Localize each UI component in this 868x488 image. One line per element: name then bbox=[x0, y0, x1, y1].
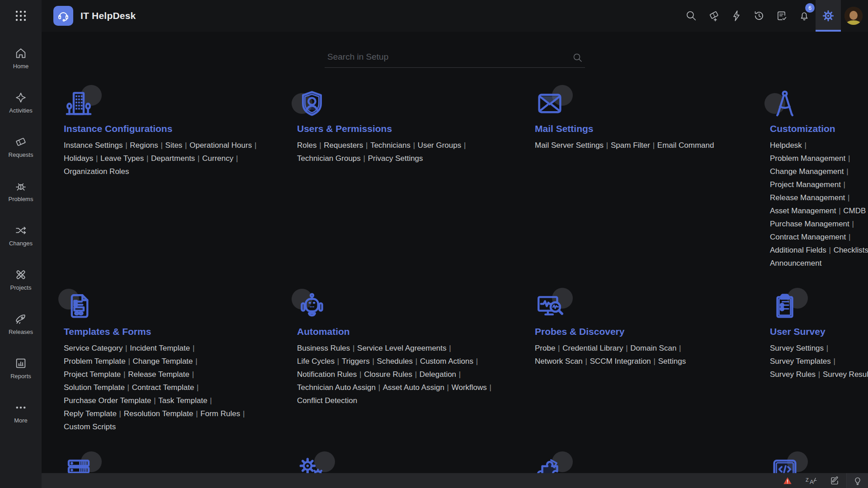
sidebar-item-requests[interactable]: Requests bbox=[9, 136, 33, 158]
setup-link[interactable]: SCCM Integration bbox=[590, 357, 651, 366]
section-title[interactable]: Instance Configurations bbox=[64, 123, 172, 135]
setup-link[interactable]: Purchase Order Template bbox=[64, 396, 151, 405]
notifications-button[interactable]: 6 bbox=[793, 0, 816, 32]
approvals-button[interactable] bbox=[770, 0, 793, 32]
setup-link[interactable]: Asset Management bbox=[770, 206, 836, 215]
setup-link[interactable]: Email Command bbox=[657, 141, 714, 150]
setup-link[interactable]: Reply Template bbox=[64, 409, 117, 418]
helpdesk-logo[interactable] bbox=[53, 6, 73, 26]
setup-link[interactable]: Resolution Template bbox=[124, 409, 193, 418]
quick-actions-button[interactable] bbox=[725, 0, 748, 32]
setup-link[interactable]: User Groups bbox=[418, 141, 461, 150]
setup-link[interactable]: Service Level Agreements bbox=[357, 344, 447, 352]
setup-link[interactable]: Notification Rules bbox=[297, 370, 357, 379]
setup-link[interactable]: Helpdesk bbox=[770, 141, 802, 150]
translate-button[interactable]: Z A bbox=[799, 473, 823, 488]
feedback-button[interactable] bbox=[823, 473, 846, 488]
setup-link[interactable]: Purchase Management bbox=[770, 220, 849, 228]
setup-link[interactable]: Custom Scripts bbox=[64, 422, 116, 431]
setup-link[interactable]: Organization Roles bbox=[64, 167, 129, 176]
app-launcher-button[interactable] bbox=[0, 0, 42, 32]
setup-link[interactable]: Technician Auto Assign bbox=[297, 383, 376, 392]
setup-link[interactable]: Form Rules bbox=[200, 409, 240, 418]
setup-link[interactable]: Custom Actions bbox=[420, 357, 473, 366]
error-alert-button[interactable] bbox=[776, 473, 799, 488]
setup-link[interactable]: Technicians bbox=[370, 141, 410, 150]
setup-link[interactable]: Sites bbox=[165, 141, 183, 150]
setup-link[interactable]: Privacy Settings bbox=[368, 154, 423, 163]
setup-link[interactable]: Network Scan bbox=[535, 357, 583, 366]
setup-link[interactable]: Problem Management bbox=[770, 154, 845, 163]
setup-link[interactable]: Conflict Detection bbox=[297, 396, 357, 405]
sidebar-item-problems[interactable]: Problems bbox=[9, 180, 33, 202]
setup-link[interactable]: Checklists bbox=[834, 246, 868, 254]
search-input[interactable] bbox=[325, 50, 585, 68]
section-title[interactable]: Customization bbox=[770, 123, 835, 135]
setup-link[interactable]: CMDB bbox=[843, 206, 866, 215]
setup-link[interactable]: Regions bbox=[130, 141, 158, 150]
setup-link[interactable]: Domain Scan bbox=[630, 344, 676, 352]
section-title[interactable]: Users & Permissions bbox=[297, 123, 392, 135]
setup-link[interactable]: Contract Management bbox=[770, 233, 846, 241]
crossed-tools-icon bbox=[14, 268, 27, 281]
sidebar-item-reports[interactable]: Reports bbox=[10, 357, 31, 380]
sidebar-item-activities[interactable]: Activities bbox=[9, 91, 32, 114]
new-request-button[interactable] bbox=[703, 0, 725, 32]
setup-link[interactable]: Settings bbox=[658, 357, 686, 366]
setup-link[interactable]: Closure Rules bbox=[364, 370, 412, 379]
setup-link[interactable]: Currency bbox=[202, 154, 233, 163]
settings-button[interactable] bbox=[816, 0, 841, 32]
setup-link[interactable]: Departments bbox=[151, 154, 195, 163]
setup-link[interactable]: Roles bbox=[297, 141, 316, 150]
setup-link[interactable]: Spam Filter bbox=[611, 141, 650, 150]
setup-link[interactable]: Survey Settings bbox=[770, 344, 824, 352]
section-title[interactable]: Probes & Discovery bbox=[535, 326, 624, 338]
setup-link[interactable]: Service Category bbox=[64, 344, 123, 352]
setup-link[interactable]: Life Cycles bbox=[297, 357, 335, 366]
setup-link[interactable]: Solution Template bbox=[64, 383, 125, 392]
setup-link[interactable]: Announcement bbox=[770, 259, 821, 267]
setup-link[interactable]: Additional Fields bbox=[770, 246, 826, 254]
setup-link[interactable]: Operational Hours bbox=[189, 141, 252, 150]
setup-link[interactable]: Business Rules bbox=[297, 344, 350, 352]
search-button[interactable] bbox=[680, 0, 703, 32]
sidebar-item-home[interactable]: Home bbox=[13, 47, 29, 70]
setup-link[interactable]: Requesters bbox=[324, 141, 363, 150]
sidebar-item-more[interactable]: More bbox=[14, 401, 28, 424]
setup-link[interactable]: Survey Templates bbox=[770, 357, 831, 366]
setup-link[interactable]: Workflows bbox=[452, 383, 487, 392]
setup-link[interactable]: Technician Groups bbox=[297, 154, 361, 163]
setup-link[interactable]: Incident Template bbox=[130, 344, 190, 352]
setup-link[interactable]: Delegation bbox=[420, 370, 456, 379]
setup-link[interactable]: Task Template bbox=[158, 396, 207, 405]
setup-link[interactable]: Schedules bbox=[377, 357, 413, 366]
setup-link[interactable]: Release Management bbox=[770, 193, 845, 202]
setup-link[interactable]: Instance Settings bbox=[64, 141, 123, 150]
setup-link[interactable]: Project Management bbox=[770, 180, 841, 189]
setup-link[interactable]: Mail Server Settings bbox=[535, 141, 604, 150]
setup-link[interactable]: Leave Types bbox=[100, 154, 144, 163]
section-title[interactable]: Mail Settings bbox=[535, 123, 594, 135]
sidebar-item-releases[interactable]: Releases bbox=[9, 313, 33, 335]
setup-link[interactable]: Survey Rules bbox=[770, 370, 816, 379]
setup-link[interactable]: Credential Library bbox=[562, 344, 623, 352]
section-title[interactable]: Templates & Forms bbox=[64, 326, 151, 338]
setup-link[interactable]: Holidays bbox=[64, 154, 93, 163]
setup-link[interactable]: Triggers bbox=[342, 357, 370, 366]
user-avatar[interactable] bbox=[844, 7, 863, 25]
history-button[interactable] bbox=[748, 0, 770, 32]
smart-assist-button[interactable] bbox=[846, 473, 868, 488]
section-title[interactable]: Automation bbox=[297, 326, 350, 338]
setup-link[interactable]: Problem Template bbox=[64, 357, 126, 366]
sidebar-item-changes[interactable]: Changes bbox=[9, 224, 33, 247]
setup-link[interactable]: Contract Template bbox=[132, 383, 194, 392]
section-title[interactable]: User Survey bbox=[770, 326, 826, 338]
setup-link[interactable]: Change Template bbox=[133, 357, 193, 366]
setup-link[interactable]: Probe bbox=[535, 344, 555, 352]
setup-link[interactable]: Survey Results bbox=[823, 370, 868, 379]
sidebar-item-projects[interactable]: Projects bbox=[10, 268, 32, 291]
setup-link[interactable]: Asset Auto Assign bbox=[383, 383, 444, 392]
setup-link[interactable]: Project Template bbox=[64, 370, 121, 379]
setup-link[interactable]: Release Template bbox=[128, 370, 189, 379]
setup-link[interactable]: Change Management bbox=[770, 167, 844, 176]
